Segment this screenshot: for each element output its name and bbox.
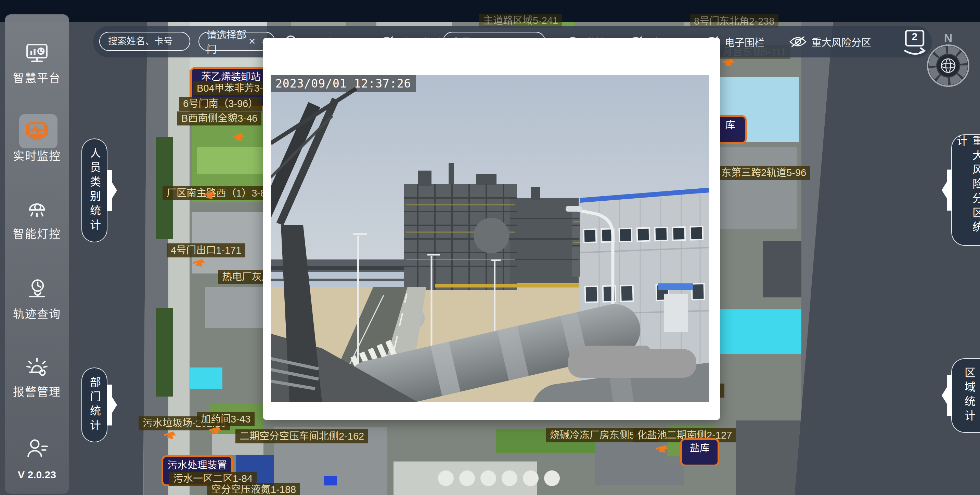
map-decor <box>712 147 797 229</box>
sidebar-item-label: 智能灯控 <box>5 225 69 241</box>
camera-timestamp: 2023/09/01 12:37:26 <box>270 75 416 92</box>
tab-department-stats[interactable]: 部门统计 <box>81 368 107 443</box>
map-label[interactable]: 厂区南主路西（1）3-85 <box>162 186 275 200</box>
view-count-badge: 2 <box>908 31 921 42</box>
map-decor <box>763 241 830 297</box>
search-input[interactable] <box>107 36 182 47</box>
tab-personnel-category-stats[interactable]: 人员类别统计 <box>81 138 107 243</box>
sidebar-item-smart-platform[interactable]: 智慧平台 <box>5 42 69 86</box>
map-decor <box>502 470 517 486</box>
map-decor <box>197 147 265 175</box>
map-decor <box>544 470 560 486</box>
smart-plant-platform: 苯乙烯装卸站B04甲苯非芳3-106号门南（3-96）B西南侧全貌3-46厂区南… <box>0 0 980 495</box>
tab-area-stats[interactable]: 区域统计 <box>951 358 980 433</box>
sidebar-item-label: 实时监控 <box>5 147 69 163</box>
tab-label: 人员类别统计 <box>87 148 102 233</box>
redaction-blur <box>568 349 696 378</box>
map-decor <box>324 476 337 485</box>
sidebar-item-label: 报警管理 <box>5 383 69 399</box>
toggle-electronic-fence[interactable]: 电子围栏 <box>725 26 764 57</box>
map-label[interactable]: 二期空分空压车间北侧2-162 <box>235 429 368 443</box>
map-decor <box>205 287 264 328</box>
compass-widget[interactable]: N <box>923 32 974 86</box>
sidebar-item-smart-lighting[interactable]: 智能灯控 <box>5 198 69 241</box>
toggle-major-risk-zones[interactable]: 重大风险分区 <box>811 26 871 57</box>
department-select-value: 请选择部门 <box>207 27 248 56</box>
map-decor <box>736 420 866 495</box>
app-version: V 2.0.23 <box>5 469 69 481</box>
sidebar-item-track-query[interactable]: 轨迹查询 <box>5 278 69 321</box>
tab-label: 重大风险分区统计 <box>953 135 980 245</box>
map-label[interactable]: 盐库 <box>680 438 719 466</box>
map-decor <box>192 212 264 273</box>
map-label[interactable]: 东第三跨2轨道5-96 <box>717 166 810 180</box>
map-decor <box>190 368 223 389</box>
map-decor <box>801 22 832 495</box>
map-label[interactable]: 6号门南（3-96） <box>179 97 262 111</box>
clear-icon[interactable]: ✕ <box>248 36 256 47</box>
map-label[interactable]: B西南侧全貌3-46 <box>177 111 261 125</box>
map-label[interactable]: 加药间3-43 <box>197 412 255 426</box>
eye-off-icon[interactable] <box>789 26 807 57</box>
map-decor <box>459 470 475 486</box>
sidebar-item-label: 轨迹查询 <box>5 305 69 321</box>
sidebar-item-realtime-monitoring[interactable]: 实时监控 <box>5 121 69 163</box>
tab-label: 区域统计 <box>961 367 977 424</box>
sidebar: 智慧平台 实时监控 智能灯控 <box>5 14 69 493</box>
sidebar-item-alarm-management[interactable]: 报警管理 <box>5 356 69 399</box>
tab-label: 部门统计 <box>87 376 102 434</box>
track-query-icon <box>5 278 69 300</box>
sidebar-item-label: 智慧平台 <box>5 69 69 86</box>
camera-snapshot: 2023/09/01 12:37:26 <box>270 75 710 402</box>
map-decor <box>480 470 496 486</box>
map-decor <box>523 470 539 486</box>
map-label[interactable]: 4号门出口1-171 <box>167 243 245 257</box>
tab-major-risk-zone-stats[interactable]: 重大风险分区统计 <box>951 134 980 246</box>
map-decor <box>713 309 802 354</box>
camera-feed-dialog: 化学品仓库南门口5-106 ✕ <box>263 38 720 420</box>
alarm-icon <box>5 356 69 378</box>
map-decor <box>156 308 173 397</box>
smart-lamp-icon <box>5 198 69 220</box>
sidebar-item-personnel[interactable] <box>5 438 69 459</box>
map-label[interactable]: 空分空压液氮1-188 <box>207 483 300 495</box>
search-input-wrap <box>99 32 190 51</box>
map-decor <box>438 470 454 486</box>
realtime-monitor-icon <box>5 121 69 142</box>
person-list-icon <box>5 438 69 459</box>
dashboard-monitor-icon <box>5 42 69 64</box>
